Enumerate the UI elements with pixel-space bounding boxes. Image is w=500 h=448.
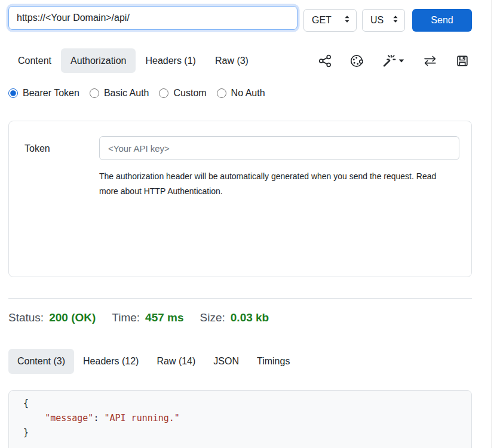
time-group: Time: 457 ms xyxy=(112,311,183,324)
response-body-panel: { "message": "API running." } xyxy=(8,390,472,448)
select-updown-icon xyxy=(392,15,398,26)
auth-option-label: Custom xyxy=(173,88,206,99)
send-button[interactable]: Send xyxy=(412,9,472,32)
status-group: Status: 200 (OK) xyxy=(8,311,96,324)
response-summary: Status: 200 (OK) Time: 457 ms Size: 0.03… xyxy=(8,311,285,324)
region-select[interactable]: US xyxy=(362,9,405,32)
tab-authorization[interactable]: Authorization xyxy=(61,48,136,73)
share-icon[interactable] xyxy=(318,54,332,67)
magic-wand-menu-icon[interactable] xyxy=(382,54,404,67)
json-separator: : xyxy=(93,413,104,424)
swap-arrows-icon[interactable] xyxy=(423,55,437,67)
tab-raw[interactable]: Raw (3) xyxy=(205,48,258,73)
caret-down-icon xyxy=(398,59,404,63)
json-line-1: { xyxy=(23,396,471,411)
token-input[interactable] xyxy=(99,136,459,160)
auth-option-custom[interactable]: Custom xyxy=(159,88,206,99)
auth-option-no-auth[interactable]: No Auth xyxy=(217,88,265,99)
auth-option-basic-auth[interactable]: Basic Auth xyxy=(90,88,149,99)
save-icon[interactable] xyxy=(456,54,469,67)
json-value: "API running." xyxy=(104,413,179,424)
response-tab-json[interactable]: JSON xyxy=(204,349,248,374)
size-label: Size: xyxy=(200,311,225,324)
time-value: 457 ms xyxy=(145,311,183,324)
time-label: Time: xyxy=(112,311,140,324)
token-label: Token xyxy=(24,137,50,161)
select-updown-icon xyxy=(344,15,350,26)
auth-option-label: No Auth xyxy=(231,88,265,99)
auth-option-bearer-token[interactable]: Bearer Token xyxy=(8,88,79,99)
response-tab-content[interactable]: Content (3) xyxy=(8,349,74,374)
json-close-brace: } xyxy=(23,427,29,438)
no-auth-radio[interactable] xyxy=(217,88,226,98)
json-line-3: } xyxy=(23,425,471,440)
content-right-divider xyxy=(491,0,492,448)
basic-auth-radio[interactable] xyxy=(90,88,99,98)
method-select-value: GET xyxy=(312,15,332,26)
request-toolbar xyxy=(318,48,469,73)
json-key: "message" xyxy=(45,413,93,424)
size-group: Size: 0.03 kb xyxy=(200,311,269,324)
auth-type-options: Bearer Token Basic Auth Custom No Auth xyxy=(8,88,265,99)
tab-content[interactable]: Content xyxy=(8,48,61,73)
request-tabs: Content Authorization Headers (1) Raw (3… xyxy=(8,48,258,73)
size-value: 0.03 kb xyxy=(231,311,269,324)
region-select-value: US xyxy=(370,15,384,26)
auth-option-label: Bearer Token xyxy=(23,88,79,99)
tab-headers[interactable]: Headers (1) xyxy=(136,48,205,73)
json-open-brace: { xyxy=(23,398,29,409)
status-label: Status: xyxy=(8,311,44,324)
auth-option-label: Basic Auth xyxy=(104,88,149,99)
json-indent xyxy=(23,413,45,424)
auth-help-text: The authorization header will be automat… xyxy=(99,169,449,199)
response-tabs: Content (3) Headers (12) Raw (14) JSON T… xyxy=(8,349,299,374)
custom-radio[interactable] xyxy=(159,88,168,98)
status-value: 200 (OK) xyxy=(49,311,96,324)
section-divider xyxy=(8,298,472,299)
response-tab-headers[interactable]: Headers (12) xyxy=(74,349,148,374)
json-line-2: "message": "API running." xyxy=(23,411,471,426)
method-select[interactable]: GET xyxy=(303,9,357,32)
palette-icon[interactable] xyxy=(350,54,363,67)
url-input[interactable] xyxy=(8,6,297,30)
bearer-token-radio[interactable] xyxy=(8,88,18,98)
response-tab-raw[interactable]: Raw (14) xyxy=(148,349,204,374)
authorization-panel: Token The authorization header will be a… xyxy=(8,121,472,277)
response-tab-timings[interactable]: Timings xyxy=(248,349,299,374)
